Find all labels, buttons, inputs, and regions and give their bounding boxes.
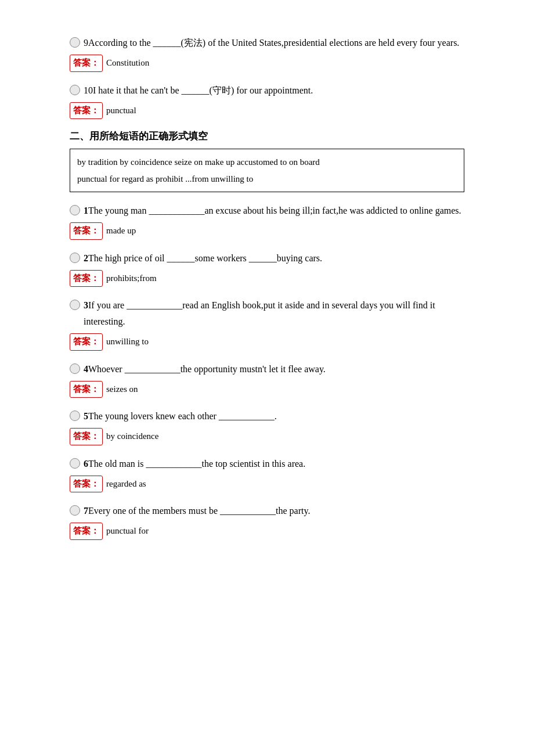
radio-icon-9 xyxy=(70,37,80,48)
question-p2-1-text: 1The young man ____________an excuse abo… xyxy=(84,203,464,219)
radio-icon-p2-2 xyxy=(70,253,80,263)
answer-badge-p2-2: 答案： xyxy=(70,270,103,287)
answer-p2-1-text: made up xyxy=(106,224,136,239)
radio-icon-p2-1 xyxy=(70,205,80,215)
answer-p2-5-line: 答案： by coincidence xyxy=(70,428,464,445)
answer-p2-3-text: unwilling to xyxy=(106,334,149,350)
question-p2-3-text: 3If you are ____________read an English … xyxy=(84,297,464,330)
word-box: by tradition by coincidence seize on mak… xyxy=(70,149,464,192)
question-p2-4-line: 4Whoever ____________the opportunity mus… xyxy=(70,361,464,377)
question-9-text: 9According to the ______(宪法) of the Unit… xyxy=(84,35,464,51)
question-p2-6: 6The old man is ____________the top scie… xyxy=(70,456,464,493)
question-p2-6-line: 6The old man is ____________the top scie… xyxy=(70,456,464,472)
question-p2-6-text: 6The old man is ____________the top scie… xyxy=(84,456,464,472)
answer-badge-p2-6: 答案： xyxy=(70,476,103,493)
answer-badge-p2-7: 答案： xyxy=(70,523,103,540)
question-p2-5-line: 5The young lovers knew each other ______… xyxy=(70,408,464,424)
answer-p2-3-line: 答案： unwilling to xyxy=(70,333,464,351)
question-p2-7-line: 7Every one of the members must be ______… xyxy=(70,503,464,519)
radio-icon-p2-6 xyxy=(70,458,80,469)
answer-p2-2-text: prohibits;from xyxy=(106,271,157,286)
answer-p2-1-line: 答案： made up xyxy=(70,222,464,240)
answer-10-line: 答案： punctual xyxy=(70,102,464,120)
radio-icon-p2-5 xyxy=(70,411,80,421)
question-9: 9According to the ______(宪法) of the Unit… xyxy=(70,35,464,72)
section2-title: 二、用所给短语的正确形式填空 xyxy=(70,129,464,143)
question-9-line: 9According to the ______(宪法) of the Unit… xyxy=(70,35,464,51)
answer-p2-6-text: regarded as xyxy=(106,477,146,492)
word-box-line2: punctual for regard as prohibit ...from … xyxy=(77,174,253,183)
answer-p2-7-text: punctual for xyxy=(106,524,149,539)
question-p2-3: 3If you are ____________read an English … xyxy=(70,297,464,351)
question-10-text: 10I hate it that he can't be ______(守时) … xyxy=(84,82,464,99)
question-p2-7-text: 7Every one of the members must be ______… xyxy=(84,503,464,519)
question-p2-1-line: 1The young man ____________an excuse abo… xyxy=(70,203,464,219)
radio-icon-10 xyxy=(70,85,80,95)
answer-badge-p2-5: 答案： xyxy=(70,428,103,445)
question-p2-4: 4Whoever ____________the opportunity mus… xyxy=(70,361,464,398)
radio-icon-p2-7 xyxy=(70,505,80,516)
answer-badge-10: 答案： xyxy=(70,102,103,120)
word-box-line1: by tradition by coincidence seize on mak… xyxy=(77,157,320,167)
answer-badge-9: 答案： xyxy=(70,55,103,72)
answer-p2-6-line: 答案： regarded as xyxy=(70,476,464,493)
answer-p2-4-text: seizes on xyxy=(106,382,138,397)
answer-p2-4-line: 答案： seizes on xyxy=(70,381,464,398)
answer-p2-7-line: 答案： punctual for xyxy=(70,523,464,540)
answer-badge-p2-4: 答案： xyxy=(70,381,103,398)
radio-icon-p2-3 xyxy=(70,300,80,310)
question-p2-5-text: 5The young lovers knew each other ______… xyxy=(84,408,464,424)
question-p2-5: 5The young lovers knew each other ______… xyxy=(70,408,464,445)
question-p2-7: 7Every one of the members must be ______… xyxy=(70,503,464,540)
answer-p2-2-line: 答案： prohibits;from xyxy=(70,270,464,287)
question-p2-3-line: 3If you are ____________read an English … xyxy=(70,297,464,330)
answer-9-text: Constitution xyxy=(106,56,149,71)
question-p2-2-text: 2The high price of oil ______some worker… xyxy=(84,250,464,267)
answer-badge-p2-3: 答案： xyxy=(70,333,103,351)
question-p2-2: 2The high price of oil ______some worker… xyxy=(70,250,464,287)
answer-10-text: punctual xyxy=(106,103,136,118)
radio-icon-p2-4 xyxy=(70,363,80,374)
question-10: 10I hate it that he can't be ______(守时) … xyxy=(70,82,464,120)
answer-p2-5-text: by coincidence xyxy=(106,429,158,444)
question-p2-4-text: 4Whoever ____________the opportunity mus… xyxy=(84,361,464,377)
answer-badge-p2-1: 答案： xyxy=(70,222,103,240)
question-p2-1: 1The young man ____________an excuse abo… xyxy=(70,203,464,240)
answer-9-line: 答案： Constitution xyxy=(70,55,464,72)
question-p2-2-line: 2The high price of oil ______some worker… xyxy=(70,250,464,267)
question-10-line: 10I hate it that he can't be ______(守时) … xyxy=(70,82,464,99)
